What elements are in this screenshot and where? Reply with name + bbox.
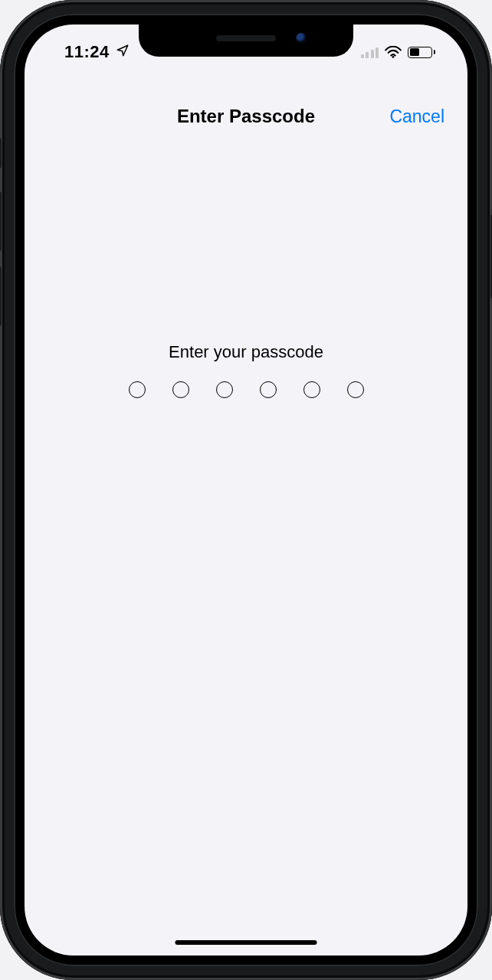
wifi-icon [385,46,402,58]
volume-down-button [0,266,2,326]
passcode-dot [303,381,320,398]
passcode-dot [172,381,189,398]
earpiece-speaker [216,35,276,41]
notch [139,24,353,57]
passcode-dot [347,381,364,398]
content-area: Enter your passcode [25,24,467,956]
passcode-dots[interactable] [25,377,467,398]
passcode-dot [216,381,233,398]
home-indicator[interactable] [175,940,317,945]
screen: 11:24 [25,24,467,956]
front-camera [296,33,307,44]
location-icon [116,44,130,60]
battery-icon [408,47,435,58]
status-time: 11:24 [64,42,110,62]
device-frame: 11:24 [0,0,492,980]
passcode-dot [129,381,146,398]
passcode-dot [260,381,277,398]
mute-switch [0,138,2,168]
passcode-prompt: Enter your passcode [25,342,467,362]
volume-up-button [0,191,2,251]
bezel: 11:24 [14,14,478,966]
cellular-signal-icon [361,46,379,58]
svg-point-0 [392,56,395,58]
